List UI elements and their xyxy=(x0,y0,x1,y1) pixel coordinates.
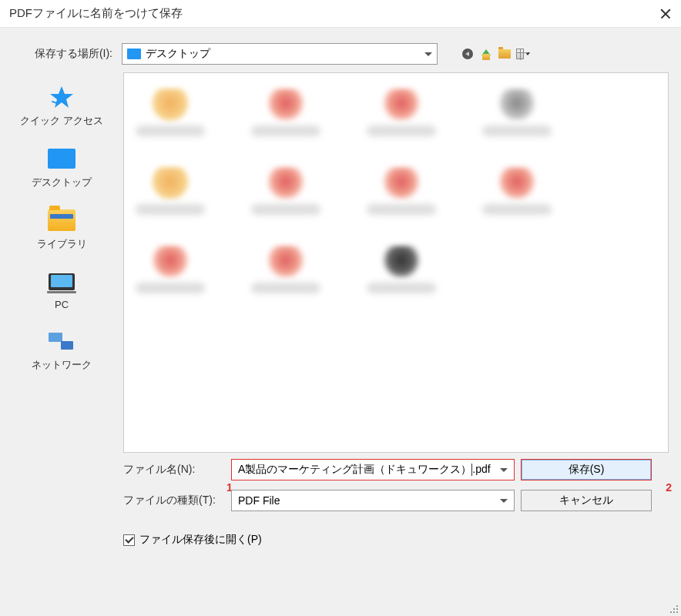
file-label-redacted xyxy=(367,204,436,215)
sidebar-item-libraries[interactable]: ライブラリ xyxy=(37,206,87,251)
chevron-down-icon xyxy=(424,52,432,56)
sidebar-item-label: ライブラリ xyxy=(37,237,87,251)
titlebar: PDFファイルに名前をつけて保存 xyxy=(0,0,681,28)
file-label-redacted xyxy=(136,204,205,215)
file-label-redacted xyxy=(251,126,320,136)
filename-row: ファイル名(N): A製品のマーケティング計画（ドキュワークス）.pdf 保存(… xyxy=(123,459,669,480)
save-button[interactable]: 保存(S) xyxy=(521,459,652,480)
chevron-down-icon xyxy=(500,499,508,503)
filename-label: ファイル名(N): xyxy=(123,463,231,477)
file-item[interactable] xyxy=(247,167,324,215)
toolbar-icons xyxy=(461,47,530,61)
up-folder-icon xyxy=(481,49,491,59)
folder-icon xyxy=(267,89,305,121)
file-item[interactable] xyxy=(363,167,440,215)
file-label-redacted xyxy=(136,126,205,136)
location-value: デスクトップ xyxy=(146,47,424,61)
file-label-redacted xyxy=(367,126,436,136)
file-item[interactable] xyxy=(478,167,555,215)
sidebar-item-network[interactable]: ネットワーク xyxy=(32,327,92,372)
file-item[interactable] xyxy=(363,246,440,293)
open-after-checkbox[interactable] xyxy=(123,534,135,546)
file-item[interactable] xyxy=(132,246,209,293)
folder-icon xyxy=(151,89,190,121)
sidebar-item-quickaccess[interactable]: クイック アクセス xyxy=(20,83,103,128)
network-icon xyxy=(43,327,80,355)
sidebar-item-label: ネットワーク xyxy=(32,358,92,372)
folder-icon xyxy=(498,49,511,59)
file-item[interactable] xyxy=(478,89,555,136)
folder-icon xyxy=(151,246,190,278)
sidebar-item-label: クイック アクセス xyxy=(20,114,103,128)
file-label-redacted xyxy=(367,283,436,293)
places-sidebar: クイック アクセス デスクトップ ライブラリ PC ネットワーク xyxy=(0,72,123,453)
chevron-down-icon xyxy=(500,468,508,472)
main-area: クイック アクセス デスクトップ ライブラリ PC ネットワーク xyxy=(0,72,681,453)
window-title: PDFファイルに名前をつけて保存 xyxy=(9,6,183,21)
file-item[interactable] xyxy=(247,89,324,136)
location-combo[interactable]: デスクトップ xyxy=(122,43,438,65)
file-list-pane[interactable] xyxy=(123,72,669,453)
file-label-redacted xyxy=(482,204,552,215)
pc-icon xyxy=(43,268,80,296)
location-label: 保存する場所(I): xyxy=(12,47,112,61)
folder-icon xyxy=(382,89,421,121)
file-item[interactable] xyxy=(132,89,209,136)
sidebar-item-label: デスクトップ xyxy=(32,176,92,189)
sidebar-item-desktop[interactable]: デスクトップ xyxy=(32,145,92,189)
sidebar-item-label: PC xyxy=(55,299,69,310)
nav-back-button[interactable] xyxy=(461,47,475,61)
filetype-label: ファイルの種類(T): xyxy=(123,494,231,507)
sidebar-item-pc[interactable]: PC xyxy=(43,268,80,310)
file-icon xyxy=(382,246,421,278)
filetype-value: PDF File xyxy=(238,494,280,507)
folder-icon xyxy=(498,89,536,121)
folder-icon xyxy=(267,167,305,199)
file-item[interactable] xyxy=(363,89,440,136)
up-one-level-button[interactable] xyxy=(479,47,493,61)
filetype-row: ファイルの種類(T): PDF File キャンセル xyxy=(123,490,669,511)
grid-view-icon xyxy=(516,49,524,59)
filename-value: A製品のマーケティング計画（ドキュワークス）.pdf xyxy=(238,463,508,477)
open-after-label: ファイル保存後に開く(P) xyxy=(139,533,262,547)
library-icon xyxy=(43,206,80,234)
folder-icon xyxy=(151,167,190,199)
location-row: 保存する場所(I): デスクトップ xyxy=(0,28,681,72)
open-after-save-row: ファイル保存後に開く(P) xyxy=(123,533,669,547)
quick-access-icon xyxy=(43,83,80,111)
folder-icon xyxy=(498,167,536,199)
folder-icon xyxy=(382,167,421,199)
new-folder-button[interactable] xyxy=(498,47,512,61)
filetype-select[interactable]: PDF File xyxy=(231,490,515,511)
folder-icon xyxy=(267,246,305,278)
close-icon[interactable] xyxy=(659,8,672,20)
file-label-redacted xyxy=(482,126,552,136)
file-label-redacted xyxy=(251,204,320,215)
desktop-icon xyxy=(43,145,80,172)
filename-input[interactable]: A製品のマーケティング計画（ドキュワークス）.pdf xyxy=(231,459,515,480)
file-label-redacted xyxy=(136,283,205,293)
view-menu-button[interactable] xyxy=(516,47,530,61)
svg-marker-0 xyxy=(50,86,73,108)
file-label-redacted xyxy=(251,283,320,293)
cancel-button[interactable]: キャンセル xyxy=(521,490,652,511)
resize-grip[interactable] xyxy=(669,604,678,613)
bottom-form: ファイル名(N): A製品のマーケティング計画（ドキュワークス）.pdf 保存(… xyxy=(0,453,681,547)
desktop-mini-icon xyxy=(127,49,141,59)
file-item[interactable] xyxy=(132,167,209,215)
file-item[interactable] xyxy=(247,246,324,293)
back-icon xyxy=(462,49,473,59)
